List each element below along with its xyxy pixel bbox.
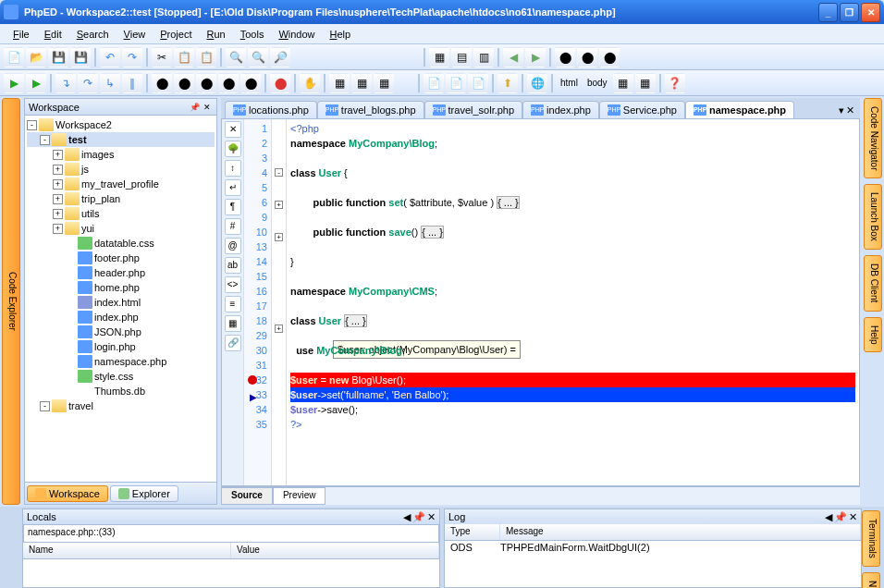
nav-back-icon[interactable]: ◀	[503, 47, 523, 67]
code-line[interactable]	[290, 269, 855, 284]
code-line[interactable]: $user->save();	[290, 402, 855, 417]
breadcrumb-html[interactable]: html	[557, 78, 582, 88]
nu-tab[interactable]: Nu	[862, 572, 880, 588]
file-tab[interactable]: PHPtravel_blogs.php	[317, 101, 424, 118]
tree-item[interactable]: -test	[27, 132, 215, 147]
db-client-tab[interactable]: DB Client	[864, 255, 882, 311]
tree-item[interactable]: footer.php	[27, 251, 215, 265]
panel-pin-icon[interactable]: 📌	[189, 102, 200, 113]
code-line[interactable]: namespace MyCompany\Blog;	[290, 136, 855, 151]
tree-item[interactable]: +trip_plan	[27, 191, 215, 206]
tab-workspace[interactable]: Workspace	[27, 485, 108, 502]
menu-project[interactable]: Project	[153, 27, 199, 42]
g-list-icon[interactable]: ≡	[225, 296, 241, 312]
dbg-c-icon[interactable]: ⬤	[196, 73, 216, 93]
hand-icon[interactable]: ✋	[300, 73, 320, 93]
log-close-icon[interactable]: ✕	[849, 511, 857, 523]
file-tab[interactable]: PHPindex.php	[522, 101, 599, 118]
panel-close-icon[interactable]: ✕	[202, 102, 213, 113]
copy-icon[interactable]: 📋	[174, 47, 194, 67]
maximize-button[interactable]: ❐	[840, 3, 859, 22]
publish-icon[interactable]: ⬆	[497, 73, 518, 93]
layout2-icon[interactable]: ▤	[451, 47, 472, 67]
tool-a-icon[interactable]: ⬤	[555, 47, 575, 67]
code-line[interactable]	[290, 180, 855, 195]
col-message[interactable]: Message	[500, 524, 861, 540]
tree-item[interactable]: index.php	[27, 310, 215, 325]
expand-icon[interactable]: -	[27, 120, 37, 130]
tab-close-icon[interactable]: ✕	[846, 104, 854, 116]
help-icon[interactable]: ❓	[665, 73, 685, 93]
pause-icon[interactable]: ‖	[122, 73, 142, 93]
code-line[interactable]	[290, 239, 855, 254]
expand-icon[interactable]: +	[53, 194, 63, 204]
log-left-icon[interactable]: ◀	[825, 511, 832, 523]
tree-item[interactable]: index.html	[27, 295, 215, 310]
expand-icon[interactable]: -	[40, 401, 50, 411]
code-line[interactable]	[290, 328, 855, 343]
find-icon[interactable]: 🔍	[226, 47, 246, 67]
step-out-icon[interactable]: ↳	[100, 73, 120, 93]
expand-icon[interactable]: +	[53, 209, 63, 219]
br-a-icon[interactable]: 📄	[424, 73, 444, 93]
save-all-icon[interactable]: 💾	[70, 47, 91, 67]
tree-item[interactable]: login.php	[27, 339, 215, 354]
code-line[interactable]: ?>	[290, 417, 855, 432]
step-over-icon[interactable]: ↷	[78, 73, 98, 93]
stop-icon[interactable]: ⬤	[270, 73, 290, 93]
menu-tools[interactable]: Tools	[233, 27, 272, 42]
log-pin-icon[interactable]: 📌	[834, 511, 847, 523]
fold-icon[interactable]: +	[275, 233, 283, 241]
run2-icon[interactable]: ▶	[26, 73, 46, 93]
menu-edit[interactable]: Edit	[37, 27, 69, 42]
code-line[interactable]: $user = new Blog\User();	[290, 373, 855, 387]
expand-icon[interactable]: +	[53, 224, 63, 234]
file-tab[interactable]: PHPtravel_solr.php	[424, 101, 523, 118]
preview-tab[interactable]: Preview	[273, 487, 326, 505]
expand-icon[interactable]: +	[53, 179, 63, 190]
source-tab[interactable]: Source	[221, 487, 273, 505]
tool-c-icon[interactable]: ⬤	[599, 47, 620, 67]
launch-box-tab[interactable]: Launch Box	[864, 184, 882, 250]
save-icon[interactable]: 💾	[48, 47, 68, 67]
file-tab[interactable]: PHPnamespace.php	[685, 101, 794, 118]
t2-c-icon[interactable]: ▦	[374, 73, 394, 93]
dbg-e-icon[interactable]: ⬤	[240, 73, 261, 93]
code-body[interactable]: $user: object(MyCompany\Blog\User) = <?p…	[287, 119, 859, 485]
log-body[interactable]: ODSTPHPEdMainForm.WaitDbgUI(2)	[445, 541, 861, 587]
new-icon[interactable]: 📄	[4, 47, 24, 67]
code-line[interactable]	[290, 210, 855, 225]
undo-icon[interactable]: ↶	[100, 47, 120, 67]
layout-icon[interactable]: ▦	[429, 47, 449, 67]
file-tab[interactable]: PHPService.php	[599, 101, 685, 118]
tree-item[interactable]: style.css	[27, 369, 215, 384]
tab-dropdown-icon[interactable]: ▾	[839, 104, 844, 116]
workspace-tree[interactable]: -Workspace2-test+images+js+my_travel_pro…	[25, 116, 216, 482]
code-line[interactable]: <?php	[290, 121, 855, 136]
g-hash-icon[interactable]: #	[225, 218, 241, 235]
locals-pin-icon[interactable]: 📌	[412, 511, 425, 523]
layout3-icon[interactable]: ▥	[473, 47, 494, 67]
code-line[interactable]	[290, 151, 855, 165]
code-line[interactable]: public function save() { ... }	[290, 225, 855, 239]
redo-icon[interactable]: ↷	[122, 47, 142, 67]
open-icon[interactable]: 📂	[26, 47, 46, 67]
tree-item[interactable]: +yui	[27, 221, 215, 236]
code-line[interactable]: }	[290, 254, 855, 269]
tab-explorer[interactable]: Explorer	[110, 485, 178, 502]
g-close-icon[interactable]: ✕	[225, 121, 241, 138]
tree-item[interactable]: header.php	[27, 265, 215, 280]
breadcrumb-body[interactable]: body	[583, 78, 611, 88]
menu-help[interactable]: Help	[323, 27, 359, 42]
locals-close-icon[interactable]: ✕	[427, 511, 436, 523]
g-tree-icon[interactable]: 🌳	[225, 141, 241, 157]
t2-a-icon[interactable]: ▦	[329, 73, 350, 93]
nav-fwd-icon[interactable]: ▶	[525, 47, 546, 67]
paste-icon[interactable]: 📋	[196, 47, 216, 67]
expand-icon[interactable]: +	[53, 165, 63, 175]
g-pilcrow-icon[interactable]: @	[225, 238, 241, 254]
expand-icon[interactable]: -	[40, 135, 50, 145]
log-row[interactable]: ODSTPHPEdMainForm.WaitDbgUI(2)	[445, 541, 861, 554]
code-line[interactable]: use MyCompany\Blog;	[290, 343, 855, 358]
tree-item[interactable]: +js	[27, 162, 215, 177]
